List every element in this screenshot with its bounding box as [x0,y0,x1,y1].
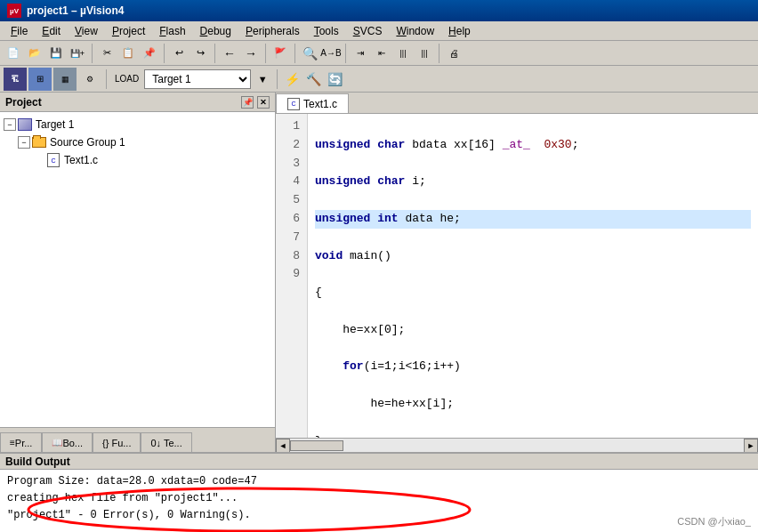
tree-target-label: Target 1 [36,118,74,131]
menu-debug[interactable]: Debug [193,23,238,39]
sep5 [294,44,295,63]
code-line-1: unsigned char bdata xx[16] _at_ 0x30; [315,136,751,155]
menubar: File Edit View Project Flash Debug Perip… [0,21,758,41]
rebuild-btn[interactable]: 🔄 [325,69,344,89]
multi-project-btn[interactable]: ▦ [53,68,77,91]
menu-window[interactable]: Window [389,23,441,39]
tree-toggle-target[interactable]: − [4,118,16,131]
menu-help[interactable]: Help [441,23,478,39]
save-button[interactable]: 💾 [46,44,66,63]
build-btn[interactable]: 🔨 [303,69,323,89]
title-text: project1 – µVision4 [27,4,124,17]
toolbar-standard: 📄 📂 💾 💾+ ✂ 📋 📌 ↩ ↪ ← → 🚩 🔍 A→B ⇥ ⇤ ||| |… [0,41,758,66]
tree-file-label: Text1.c [64,154,98,166]
uncomment-button[interactable]: ||| [415,44,434,63]
target-btn[interactable]: ⚙ [78,68,101,91]
load-label: LOAD [111,74,142,84]
build-line-3: "project1" - 0 Error(s), 0 Warning(s). [7,507,751,524]
code-content[interactable]: unsigned char bdata xx[16] _at_ 0x30; un… [308,114,758,438]
indent-button[interactable]: ⇥ [351,44,370,63]
line-num-6: 6 [283,210,300,229]
menu-project[interactable]: Project [105,23,152,39]
copy-button[interactable]: 📋 [118,44,138,63]
replace-button[interactable]: A→B [321,44,341,63]
project-tabs: ≡ Pr... 📖 Bo... {} Fu... 0↓ Te... [0,427,275,452]
print-button[interactable]: 🖨 [444,44,464,63]
menu-edit[interactable]: Edit [35,23,68,39]
target-dropdown-btn[interactable]: ▼ [253,69,272,89]
sep3 [214,44,215,63]
tree-target[interactable]: − Target 1 [4,116,271,133]
proj-tab-project[interactable]: ≡ Pr... [0,432,42,452]
scroll-left-button[interactable]: ◄ [276,439,290,453]
proj-tab-functions[interactable]: {} Fu... [93,432,141,452]
outdent-button[interactable]: ⇤ [372,44,391,63]
target-icon [18,117,32,132]
editor-tab-text1c[interactable]: C Text1.c [276,93,349,113]
line-num-7: 7 [283,229,300,247]
redo-button[interactable]: ↪ [190,44,210,63]
watermark-text: CSDN @小xiao_ [677,516,751,527]
project-close-button[interactable]: ✕ [257,96,270,109]
line-num-4: 4 [283,173,300,191]
undo-button[interactable]: ↩ [169,44,189,63]
tree-source-group-label: Source Group 1 [50,136,125,149]
build-line-2: creating hex file from "project1"... [7,490,751,507]
forward-button[interactable]: → [241,44,261,63]
cut-button[interactable]: ✂ [97,44,117,63]
line-numbers: 1 2 3 4 5 6 7 8 9 [276,114,308,438]
folder-icon [32,135,46,149]
project-window-btn[interactable]: 🏗 [4,68,27,91]
menu-svcs[interactable]: SVCS [346,23,390,39]
build-output: Build Output Program Size: data=28.0 xda… [0,452,758,532]
save-all-button[interactable]: 💾+ [68,44,87,63]
component-viewer-btn[interactable]: ⊞ [28,68,52,91]
target-select[interactable]: Target 1 [144,69,251,89]
line-num-8: 8 [283,247,300,266]
menu-tools[interactable]: Tools [307,23,346,39]
project-tree: − Target 1 − Source Group 1 C Text1.c [0,112,275,427]
code-line-6: he=xx[0]; [315,321,751,340]
project-panel: Project 📌 ✕ − Target 1 − Source Gr [0,93,276,452]
back-button[interactable]: ← [220,44,239,63]
paste-button[interactable]: 📌 [140,44,159,63]
code-line-2: unsigned char i; [315,173,751,191]
toolbar-build: 🏗 ⊞ ▦ ⚙ LOAD Target 1 ▼ ⚡ 🔨 🔄 [0,66,758,93]
file-icon: C [46,153,60,167]
scroll-track[interactable] [290,439,744,453]
sep4 [265,44,266,63]
proj-tab-templates[interactable]: 0↓ Te... [141,432,191,452]
open-file-button[interactable]: 📂 [25,44,44,63]
comment-button[interactable]: ||| [393,44,413,63]
line-num-1: 1 [283,117,300,136]
editor-scrollbar[interactable]: ◄ ► [276,438,758,452]
code-line-3: unsigned int data he; [315,210,751,229]
bottom-area: Build Output Program Size: data=28.0 xda… [0,452,758,532]
line-num-5: 5 [283,191,300,210]
menu-file[interactable]: File [4,23,35,39]
scroll-thumb[interactable] [290,440,343,451]
tree-toggle-source-group[interactable]: − [18,136,30,149]
build-output-title: Build Output [5,455,70,468]
project-panel-header: Project 📌 ✕ [0,93,275,112]
proj-tab-books-label: Bo... [62,438,83,448]
watermark: CSDN @小xiao_ [677,515,751,528]
editor-tabs: C Text1.c [276,93,758,114]
app-icon: µV [7,4,21,18]
menu-flash[interactable]: Flash [152,23,192,39]
proj-tab-books[interactable]: 📖 Bo... [42,432,93,452]
tree-source-group[interactable]: − Source Group 1 [4,133,271,151]
translate-btn[interactable]: ⚡ [282,69,302,89]
build-output-header: Build Output [0,454,758,470]
bookmark-button[interactable]: 🚩 [270,44,290,63]
line-num-9: 9 [283,265,300,284]
scroll-right-button[interactable]: ► [744,439,758,453]
new-file-button[interactable]: 📄 [4,44,23,63]
menu-view[interactable]: View [68,23,105,39]
tree-file[interactable]: C Text1.c [4,151,271,169]
proj-tab-templates-label: 0↓ Te... [150,438,181,448]
menu-peripherals[interactable]: Peripherals [238,23,307,39]
find-button[interactable]: 🔍 [300,44,319,63]
sep2 [164,44,165,63]
project-pin-button[interactable]: 📌 [241,96,254,109]
